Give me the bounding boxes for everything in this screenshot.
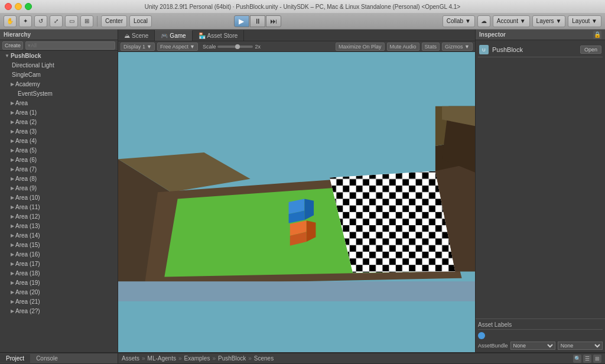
hierarchy-item[interactable]: ▶Area (4) [0, 136, 118, 145]
move-tool-btn[interactable]: ✦ [19, 15, 32, 27]
inspector-title: Inspector [479, 31, 506, 38]
collab-button[interactable]: Collab ▼ [443, 15, 475, 27]
hand-tool-btn[interactable]: ✋ [4, 15, 17, 27]
tab-asset-store[interactable]: 🏪 Asset Store [193, 30, 245, 41]
window-controls[interactable] [5, 3, 32, 10]
breadcrumb-assets[interactable]: Assets [122, 355, 139, 362]
hierarchy-item[interactable]: ▶Area (21) [0, 297, 118, 306]
scale-tool-btn[interactable]: ⤢ [50, 15, 63, 27]
maximize-on-play-btn[interactable]: Maximize On Play [336, 43, 385, 51]
hierarchy-item[interactable]: ▶Area (3) [0, 126, 118, 136]
game-toolbar-right: Maximize On Play Mute Audio Stats Gizmos… [336, 43, 473, 51]
inspector-lock-btn[interactable]: 🔒 [593, 31, 601, 39]
rect-tool-btn[interactable]: ▭ [65, 15, 78, 27]
center-toggle-btn[interactable]: Center [101, 15, 127, 27]
gizmos-label: Gizmos ▼ [445, 44, 470, 50]
stats-btn[interactable]: Stats [422, 43, 440, 51]
assets-header-controls: 🔍 ☰ ⊞ [573, 355, 601, 363]
assets-panel: Assets » ML-Agents » Examples » PushBloc… [118, 353, 605, 364]
hierarchy-item[interactable]: ▶Area (20) [0, 287, 118, 297]
play-controls: ▶ ⏸ ⏭ [234, 15, 281, 27]
maximize-button[interactable] [25, 3, 32, 10]
hierarchy-item[interactable]: ▶Area (15) [0, 240, 118, 249]
breadcrumb-ml-agents[interactable]: ML-Agents [148, 355, 176, 362]
hierarchy-create-btn[interactable]: Create [2, 41, 23, 50]
hierarchy-item[interactable]: ▶Academy [0, 79, 118, 89]
close-button[interactable] [5, 3, 12, 10]
toolbar: ✋ ✦ ↺ ⤢ ▭ ⊞ Center Local ▶ ⏸ ⏭ Collab ▼ … [0, 13, 605, 30]
hierarchy-item[interactable]: ▶Area (11) [0, 202, 118, 212]
bottom-section: Project Console Create ▼ ▶Prefabs▶Scenes… [0, 352, 605, 364]
hierarchy-item[interactable]: ▶Area (14) [0, 230, 118, 240]
pause-button[interactable]: ⏸ [250, 15, 265, 27]
scale-slider[interactable] [217, 46, 253, 48]
hierarchy-item[interactable]: ▶Area (7) [0, 164, 118, 174]
hierarchy-toolbar: Create [0, 40, 118, 51]
tab-console[interactable]: Console [30, 354, 64, 363]
gizmos-btn[interactable]: Gizmos ▼ [442, 43, 473, 51]
assets-view-btn[interactable]: ⊞ [593, 355, 601, 363]
scale-label: Scale [203, 44, 216, 50]
open-scene-btn[interactable]: Open [580, 46, 601, 54]
breadcrumb-examples[interactable]: Examples [184, 355, 210, 362]
display-selector[interactable]: Display 1 ▼ [121, 43, 155, 51]
hierarchy-item[interactable]: SingleCam [0, 70, 118, 79]
tab-game[interactable]: 🎮 Game [155, 30, 192, 41]
hierarchy-item[interactable]: ▶Area (13) [0, 221, 118, 230]
assetbundle-select-2[interactable]: None [558, 342, 603, 350]
step-button[interactable]: ⏭ [266, 15, 281, 27]
hierarchy-item[interactable]: ▶Area (16) [0, 249, 118, 259]
view-tabs: ⛰ Scene 🎮 Game 🏪 Asset Store [118, 30, 475, 41]
maximize-label: Maximize On Play [339, 44, 382, 50]
search-toggle-btn[interactable]: 🔍 [573, 355, 581, 363]
hierarchy-item[interactable]: Directional Light [0, 60, 118, 70]
hierarchy-item[interactable]: ▼PushBlock [0, 51, 118, 60]
hierarchy-item[interactable]: ▶Area (9) [0, 183, 118, 193]
title-bar: Unity 2018.2.9f1 Personal (64bit) · Push… [0, 0, 605, 13]
hierarchy-item[interactable]: ▶Area (2) [0, 117, 118, 126]
window-title: Unity 2018.2.9f1 Personal (64bit) · Push… [145, 4, 460, 10]
assets-settings-btn[interactable]: ☰ [583, 355, 591, 363]
inspector-body: U PushBlock Open [476, 40, 605, 318]
hierarchy-item[interactable]: ▶Area (10) [0, 193, 118, 202]
scale-handle [235, 44, 240, 49]
inspector-object-name: PushBlock [492, 46, 577, 53]
local-toggle-btn[interactable]: Local [129, 15, 152, 27]
assetbundle-label: AssetBundle [478, 343, 508, 349]
hierarchy-item[interactable]: ▶Area (2?) [0, 306, 118, 316]
cloud-icon[interactable]: ☁ [477, 15, 490, 27]
hierarchy-item[interactable]: ▶Area (12) [0, 212, 118, 221]
inspector-panel: Inspector 🔒 U PushBlock Open Asset Label… [475, 30, 605, 352]
hierarchy-search[interactable] [25, 41, 115, 50]
hierarchy-item[interactable]: ▶Area [0, 98, 118, 108]
layout-button[interactable]: Layout ▼ [568, 15, 601, 27]
hierarchy-item[interactable]: ▶Area (8) [0, 174, 118, 183]
mute-label: Mute Audio [390, 44, 417, 50]
breadcrumb-scenes[interactable]: Scenes [254, 355, 274, 362]
assets-breadcrumb: Assets » ML-Agents » Examples » PushBloc… [118, 353, 605, 364]
hierarchy-item[interactable]: ▶Area (1) [0, 108, 118, 117]
mute-audio-btn[interactable]: Mute Audio [387, 43, 419, 51]
display-label: Display 1 [123, 44, 145, 50]
tab-scene[interactable]: ⛰ Scene [118, 30, 155, 41]
layers-button[interactable]: Layers ▼ [532, 15, 566, 27]
tab-project[interactable]: Project [0, 354, 30, 363]
aspect-selector[interactable]: Free Aspect ▼ [157, 43, 198, 51]
hierarchy-panel: Hierarchy Create ▼PushBlockDirectional L… [0, 30, 118, 352]
hierarchy-item[interactable]: ▶Area (5) [0, 145, 118, 155]
multi-tool-btn[interactable]: ⊞ [80, 15, 93, 27]
minimize-button[interactable] [15, 3, 22, 10]
project-panel: Project Console Create ▼ ▶Prefabs▶Scenes… [0, 353, 118, 364]
assetbundle-select-1[interactable]: None [510, 342, 555, 350]
account-button[interactable]: Account ▼ [493, 15, 530, 27]
hierarchy-item[interactable]: ▶Area (17) [0, 259, 118, 268]
hierarchy-item[interactable]: ▶Area (18) [0, 268, 118, 278]
scene-icon: ⛰ [124, 32, 130, 39]
hierarchy-item[interactable]: EventSystem [0, 89, 118, 98]
breadcrumb-pushblock[interactable]: PushBlock [218, 355, 246, 362]
hierarchy-item[interactable]: ▶Area (6) [0, 155, 118, 164]
game-area: Display 1 ▼ Free Aspect ▼ Scale 2x Maxim… [118, 41, 475, 352]
rotate-tool-btn[interactable]: ↺ [34, 15, 47, 27]
hierarchy-item[interactable]: ▶Area (19) [0, 278, 118, 287]
play-button[interactable]: ▶ [234, 15, 249, 27]
